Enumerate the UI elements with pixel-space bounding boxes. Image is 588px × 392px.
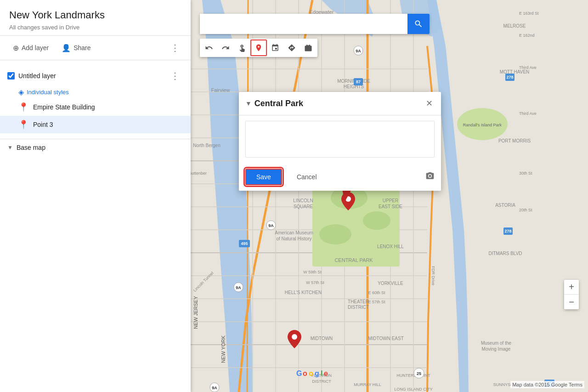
layer-name[interactable]: Untitled layer	[18, 72, 163, 80]
add-layer-button[interactable]: ⊕ Add layer	[7, 41, 54, 55]
svg-text:MELROSE: MELROSE	[503, 23, 526, 28]
svg-text:American Museum: American Museum	[275, 230, 313, 235]
svg-text:87: 87	[356, 80, 361, 84]
svg-text:YORKVILLE: YORKVILLE	[378, 281, 403, 286]
layer-section: Untitled layer ⋮ ◈ Individual styles 📍 E…	[0, 60, 191, 139]
svg-text:W 57th St: W 57th St	[306, 280, 324, 285]
undo-icon	[205, 44, 213, 52]
share-label: Share	[74, 44, 90, 51]
camera-icon	[425, 171, 435, 181]
svg-text:Randall's Island Park: Randall's Island Park	[463, 123, 502, 127]
svg-text:Museum of the: Museum of the	[481, 341, 512, 346]
svg-text:FDR Drive: FDR Drive	[431, 266, 435, 285]
svg-text:W 59th St: W 59th St	[303, 270, 322, 274]
zoom-out-button[interactable]: −	[564, 295, 579, 309]
svg-text:o: o	[309, 369, 313, 377]
sidebar-subtitle: All changes saved in Drive	[9, 24, 181, 31]
svg-text:DISTRICT: DISTRICT	[348, 305, 369, 310]
svg-text:DISTRICT: DISTRICT	[312, 379, 331, 384]
marker-icon	[254, 44, 263, 52]
directions-button[interactable]	[283, 40, 300, 56]
base-map-section[interactable]: ▼ Base map	[0, 139, 191, 156]
svg-text:SQUARE: SQUARE	[294, 204, 313, 209]
add-photo-button[interactable]	[425, 171, 435, 183]
point3-marker: 📍	[18, 119, 28, 130]
svg-text:MURRAY HILL: MURRAY HILL	[354, 382, 381, 387]
dialog-title-input[interactable]	[254, 99, 424, 108]
svg-text:l: l	[321, 369, 322, 377]
hand-icon	[238, 44, 246, 52]
layer-header: Untitled layer ⋮	[0, 66, 191, 86]
directions-icon	[288, 44, 296, 52]
dialog-footer: Save Cancel	[239, 165, 441, 191]
pan-button[interactable]	[234, 40, 250, 56]
svg-text:E 163rd St: E 163rd St	[519, 11, 539, 16]
path-icon	[271, 44, 279, 52]
sidebar: New York Landmarks All changes saved in …	[0, 0, 191, 392]
draw-line-button[interactable]	[267, 40, 283, 56]
dialog-close-button[interactable]: ✕	[424, 97, 435, 110]
svg-text:9A: 9A	[212, 386, 217, 390]
dialog-dropdown-button[interactable]: ▼	[245, 100, 252, 107]
svg-text:THEATER: THEATER	[348, 299, 369, 304]
svg-text:HUNTERS POINT: HUNTERS POINT	[396, 373, 430, 378]
empire-marker: 📍	[18, 102, 28, 112]
svg-text:Moving Image: Moving Image	[482, 347, 511, 352]
share-icon: 👤	[62, 44, 71, 52]
layers-icon: ⊕	[13, 44, 19, 52]
map-attribution: Map data ©2015 Google Terms	[510, 381, 584, 388]
svg-text:ASTORIA: ASTORIA	[495, 203, 515, 208]
sidebar-actions: ⊕ Add layer 👤 Share ⋮	[0, 36, 191, 60]
search-icon	[414, 19, 423, 28]
zoom-controls: + −	[564, 280, 579, 309]
edit-place-dialog: ▼ ✕ Save Cancel	[239, 92, 441, 191]
svg-text:HELL'S KITCHEN: HELL'S KITCHEN	[285, 290, 322, 295]
marker-button[interactable]	[250, 40, 267, 56]
zoom-in-button[interactable]: +	[564, 280, 579, 295]
svg-point-25	[319, 224, 351, 244]
svg-text:Guttenber: Guttenber	[188, 171, 207, 176]
svg-text:CENTRAL PARK: CENTRAL PARK	[334, 257, 373, 263]
point3-name: Point 3	[33, 121, 53, 128]
svg-text:UPPER: UPPER	[383, 198, 398, 203]
map-toolbar	[200, 39, 317, 57]
sidebar-title: New York Landmarks	[9, 9, 181, 21]
redo-button[interactable]	[217, 40, 234, 56]
svg-text:E 57th St: E 57th St	[368, 300, 385, 304]
svg-text:9A: 9A	[236, 285, 241, 290]
base-map-arrow-icon: ▼	[7, 144, 13, 151]
svg-text:of Natural History: of Natural History	[276, 236, 311, 241]
more-options-button[interactable]: ⋮	[167, 40, 183, 55]
place-item-point3[interactable]: 📍 Point 3	[0, 116, 191, 133]
ruler-icon	[304, 44, 312, 52]
dialog-body	[239, 115, 441, 165]
svg-text:Third Ave: Third Ave	[519, 65, 537, 70]
search-button[interactable]	[407, 14, 430, 34]
individual-styles-icon: ◈	[18, 88, 24, 97]
svg-text:MIDTOWN: MIDTOWN	[311, 336, 333, 341]
svg-text:e: e	[324, 369, 328, 377]
layer-more-button[interactable]: ⋮	[167, 68, 183, 83]
svg-text:North Bergen: North Bergen	[193, 143, 220, 148]
svg-text:NEW JERSEY: NEW JERSEY	[193, 296, 198, 329]
svg-text:o: o	[303, 369, 307, 377]
search-input[interactable]	[200, 14, 407, 34]
undo-button[interactable]	[201, 40, 217, 56]
individual-styles[interactable]: ◈ Individual styles	[0, 86, 191, 98]
svg-text:20th St: 20th St	[519, 208, 532, 212]
svg-text:278: 278	[506, 75, 513, 80]
svg-text:E 60th St: E 60th St	[368, 290, 385, 295]
svg-text:g: g	[315, 369, 319, 377]
save-button[interactable]: Save	[245, 169, 282, 185]
cancel-button[interactable]: Cancel	[287, 170, 327, 184]
share-button[interactable]: 👤 Share	[56, 41, 96, 55]
measure-button[interactable]	[300, 40, 317, 56]
dialog-description-input[interactable]	[245, 121, 435, 158]
svg-text:NEW YORK: NEW YORK	[220, 335, 226, 363]
empire-name: Empire State Building	[33, 103, 95, 111]
svg-text:9A: 9A	[356, 49, 361, 53]
svg-text:PORT MORRIS: PORT MORRIS	[498, 138, 531, 143]
place-item-empire[interactable]: 📍 Empire State Building	[0, 98, 191, 116]
svg-text:E 162nd: E 162nd	[519, 33, 535, 38]
layer-checkbox[interactable]	[7, 72, 15, 80]
